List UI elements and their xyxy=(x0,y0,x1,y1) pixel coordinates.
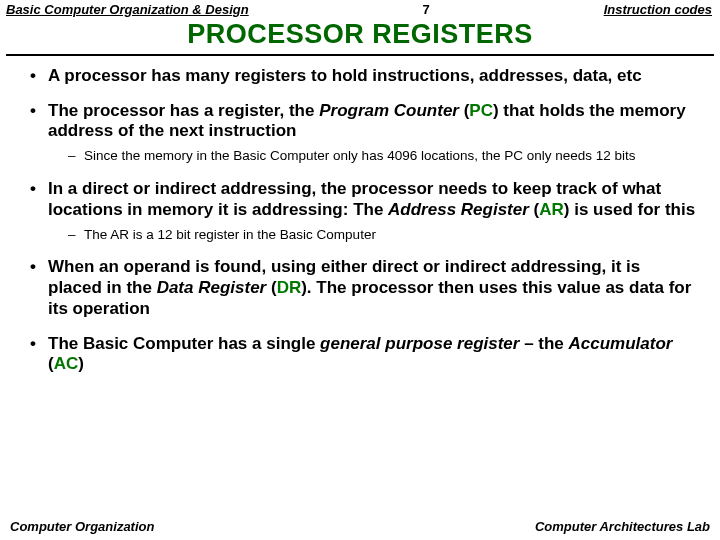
accumulator-term: Accumulator xyxy=(569,334,673,353)
title-rule xyxy=(6,54,714,56)
bullet-4: When an operand is found, using either d… xyxy=(28,257,696,319)
slide-body: A processor has many registers to hold i… xyxy=(0,66,720,375)
bullet-1-text: A processor has many registers to hold i… xyxy=(48,66,642,85)
program-counter-term: Program Counter xyxy=(319,101,459,120)
b2-mid: ( xyxy=(459,101,469,120)
bullet-list: A processor has many registers to hold i… xyxy=(28,66,696,375)
data-register-term: Data Register xyxy=(157,278,267,297)
pc-abbrev: PC xyxy=(469,101,493,120)
b3-post: ) is used for this xyxy=(564,200,695,219)
b5-close: ) xyxy=(78,354,84,373)
b5-pre: The Basic Computer has a single xyxy=(48,334,320,353)
b2-pre: The processor has a register, the xyxy=(48,101,319,120)
b5-mid: – the xyxy=(519,334,568,353)
header-right: Instruction codes xyxy=(604,2,712,17)
dr-abbrev: DR xyxy=(277,278,302,297)
bullet-5: The Basic Computer has a single general … xyxy=(28,334,696,375)
footer-left: Computer Organization xyxy=(10,519,154,534)
slide-footer: Computer Organization Computer Architect… xyxy=(0,519,720,534)
b3-mid: ( xyxy=(529,200,539,219)
bullet-2: The processor has a register, the Progra… xyxy=(28,101,696,165)
page-number: 7 xyxy=(423,2,430,17)
bullet-2-sub-1: Since the memory in the Basic Computer o… xyxy=(48,148,696,165)
gpr-term: general purpose register xyxy=(320,334,519,353)
slide-header: Basic Computer Organization & Design 7 I… xyxy=(0,0,720,17)
bullet-2-sub: Since the memory in the Basic Computer o… xyxy=(48,148,696,165)
bullet-3: In a direct or indirect addressing, the … xyxy=(28,179,696,243)
ac-abbrev: AC xyxy=(54,354,79,373)
bullet-3-sub-1: The AR is a 12 bit register in the Basic… xyxy=(48,227,696,244)
address-register-term: Address Register xyxy=(388,200,529,219)
ar-abbrev: AR xyxy=(539,200,564,219)
b4-mid: ( xyxy=(266,278,276,297)
header-left: Basic Computer Organization & Design xyxy=(6,2,249,17)
bullet-3-sub: The AR is a 12 bit register in the Basic… xyxy=(48,227,696,244)
bullet-1: A processor has many registers to hold i… xyxy=(28,66,696,87)
slide-title: PROCESSOR REGISTERS xyxy=(0,19,720,50)
footer-right: Computer Architectures Lab xyxy=(535,519,710,534)
